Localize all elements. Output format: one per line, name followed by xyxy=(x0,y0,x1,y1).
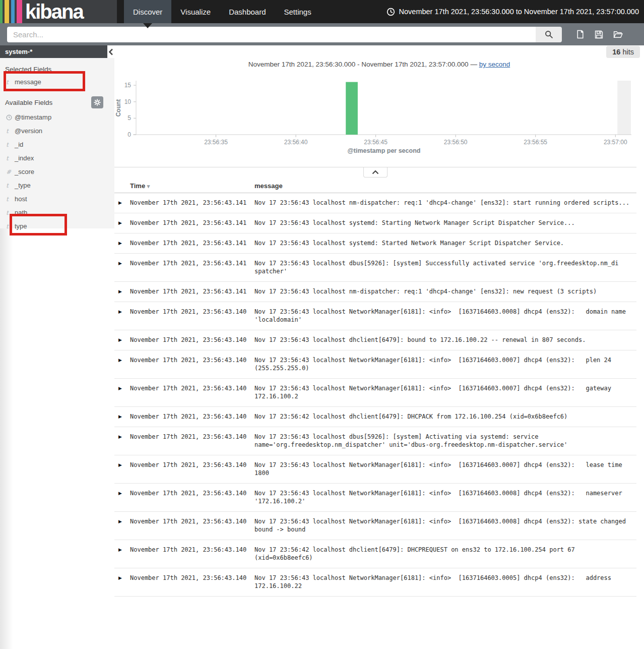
gear-icon xyxy=(94,99,101,106)
field-item-_score[interactable]: #_score xyxy=(0,165,114,179)
table-row: ▶November 17th 2021, 23:56:43.141Nov 17 … xyxy=(114,254,636,282)
expand-caret-icon[interactable]: ▶ xyxy=(117,384,130,400)
interval-link[interactable]: by second xyxy=(479,61,510,68)
doc-message: Nov 17 23:56:43 localhost NetworkManager… xyxy=(254,461,636,477)
expand-caret-icon[interactable]: ▶ xyxy=(117,336,130,344)
hits-histogram[interactable]: 05101523:56:3523:56:4023:56:4523:56:5023… xyxy=(114,76,636,154)
partial-bucket-marker xyxy=(617,81,631,135)
field-item-message[interactable]: tmessage xyxy=(0,75,114,89)
search-icon xyxy=(545,30,553,39)
field-settings-button[interactable] xyxy=(91,96,103,108)
left-edge-shadow xyxy=(0,228,13,649)
doc-time: November 17th 2021, 23:56:43.140 xyxy=(130,308,254,324)
kibana-logo-stripes-icon xyxy=(0,0,24,23)
nav-tab-discover[interactable]: Discover xyxy=(124,0,171,23)
search-input[interactable] xyxy=(7,27,536,42)
doc-time: November 17th 2021, 23:56:43.140 xyxy=(130,384,254,400)
doc-message: Nov 17 23:56:43 localhost NetworkManager… xyxy=(254,517,636,534)
expand-caret-icon[interactable]: ▶ xyxy=(117,356,130,372)
expand-caret-icon[interactable]: ▶ xyxy=(117,517,130,534)
field-item-_type[interactable]: t_type xyxy=(0,179,114,192)
expand-caret-icon[interactable]: ▶ xyxy=(117,574,130,590)
svg-text:15: 15 xyxy=(124,82,132,89)
svg-text:10: 10 xyxy=(124,98,132,105)
field-item-timestamp[interactable]: @timestamp xyxy=(0,110,114,124)
histogram-bar[interactable] xyxy=(346,82,358,135)
collapse-chart-button[interactable] xyxy=(363,167,388,178)
kibana-logo-text: kibana xyxy=(25,2,83,22)
table-row: ▶November 17th 2021, 23:56:43.141Nov 17 … xyxy=(114,233,636,254)
doc-time: November 17th 2021, 23:56:43.140 xyxy=(130,574,254,590)
field-name: _score xyxy=(15,168,34,175)
expand-caret-icon[interactable]: ▶ xyxy=(117,461,130,477)
expand-caret-icon[interactable]: ▶ xyxy=(117,199,130,207)
svg-text:5: 5 xyxy=(127,114,131,122)
table-row: ▶November 17th 2021, 23:56:43.140Nov 17 … xyxy=(114,379,636,407)
discover-main: 16 hits November 17th 2021, 23:56:30.000… xyxy=(114,45,644,649)
time-range-picker[interactable]: November 17th 2021, 23:56:30.000 to Nove… xyxy=(387,0,644,23)
svg-text:23:56:40: 23:56:40 xyxy=(284,139,308,146)
field-item-_index[interactable]: t_index xyxy=(0,151,114,165)
expand-caret-icon[interactable]: ▶ xyxy=(117,489,130,505)
field-item-type[interactable]: ttype xyxy=(0,219,114,233)
text-field-icon: t xyxy=(6,196,15,203)
doc-time: November 17th 2021, 23:56:43.141 xyxy=(130,287,254,296)
doc-time: November 17th 2021, 23:56:43.140 xyxy=(130,489,254,505)
table-row: ▶November 17th 2021, 23:56:43.140Nov 17 … xyxy=(114,484,636,512)
doc-time: November 17th 2021, 23:56:43.140 xyxy=(130,461,254,477)
documents-table: Time ▾ message ▶November 17th 2021, 23:5… xyxy=(114,179,636,597)
hits-count: 16 xyxy=(612,48,620,56)
save-search-button[interactable] xyxy=(595,30,603,39)
expand-caret-icon[interactable]: ▶ xyxy=(117,412,130,421)
table-row: ▶November 17th 2021, 23:56:43.141Nov 17 … xyxy=(114,193,636,213)
doc-message: Nov 17 23:56:43 localhost nm-dispatcher:… xyxy=(254,199,636,207)
text-field-icon: t xyxy=(6,182,15,189)
field-item-_id[interactable]: t_id xyxy=(0,138,114,151)
available-fields-label: Available Fields xyxy=(5,99,91,106)
text-field-icon: t xyxy=(6,128,15,135)
field-item-host[interactable]: thost xyxy=(0,192,114,206)
table-row: ▶November 17th 2021, 23:56:43.140Nov 17 … xyxy=(114,330,636,350)
table-row: ▶November 17th 2021, 23:56:43.141Nov 17 … xyxy=(114,213,636,233)
text-field-icon: t xyxy=(6,141,15,148)
time-range-text: November 17th 2021, 23:56:30.000 to Nove… xyxy=(399,8,639,16)
doc-message: Nov 17 23:56:43 localhost dhclient[6479]… xyxy=(254,336,636,344)
doc-time: November 17th 2021, 23:56:43.140 xyxy=(130,517,254,534)
expand-caret-icon[interactable]: ▶ xyxy=(117,239,130,247)
nav-tab-settings[interactable]: Settings xyxy=(275,0,320,23)
table-row: ▶November 17th 2021, 23:56:43.140Nov 17 … xyxy=(114,568,636,597)
doc-message: Nov 17 23:56:43 localhost dbus[5926]: [s… xyxy=(254,259,636,275)
svg-text:23:56:55: 23:56:55 xyxy=(524,139,547,146)
main-nav: DiscoverVisualizeDashboardSettings xyxy=(124,0,320,23)
expand-caret-icon[interactable]: ▶ xyxy=(117,308,130,324)
doc-time: November 17th 2021, 23:56:43.140 xyxy=(130,433,254,449)
column-header-message[interactable]: message xyxy=(254,182,636,190)
field-name: path xyxy=(15,209,27,216)
expand-caret-icon[interactable]: ▶ xyxy=(117,546,130,562)
load-search-button[interactable] xyxy=(613,30,623,38)
field-item-path[interactable]: tpath xyxy=(0,206,114,219)
doc-message: Nov 17 23:56:43 localhost NetworkManager… xyxy=(254,384,636,400)
column-header-time[interactable]: Time ▾ xyxy=(130,182,254,190)
doc-message: Nov 17 23:56:43 localhost NetworkManager… xyxy=(254,574,636,590)
doc-time: November 17th 2021, 23:56:43.140 xyxy=(130,412,254,421)
nav-tab-visualize[interactable]: Visualize xyxy=(171,0,220,23)
nav-tab-dashboard[interactable]: Dashboard xyxy=(220,0,275,23)
doc-message: Nov 17 23:56:43 localhost NetworkManager… xyxy=(254,356,636,372)
sidebar-collapse-button[interactable] xyxy=(107,45,114,58)
expand-caret-icon[interactable]: ▶ xyxy=(117,433,130,449)
field-item-version[interactable]: t@version xyxy=(0,124,114,138)
search-button[interactable] xyxy=(536,27,562,42)
expand-caret-icon[interactable]: ▶ xyxy=(117,219,130,227)
index-pattern-header[interactable]: system-* xyxy=(0,45,107,58)
table-row: ▶November 17th 2021, 23:56:43.140Nov 17 … xyxy=(114,512,636,540)
svg-text:23:56:50: 23:56:50 xyxy=(444,139,468,146)
sort-caret-icon: ▾ xyxy=(147,183,150,189)
doc-message: Nov 17 23:56:43 localhost systemd: Start… xyxy=(254,239,636,247)
expand-caret-icon[interactable]: ▶ xyxy=(117,259,130,275)
new-search-button[interactable] xyxy=(576,30,585,39)
expand-caret-icon[interactable]: ▶ xyxy=(117,287,130,296)
table-row: ▶November 17th 2021, 23:56:43.140Nov 17 … xyxy=(114,407,636,427)
field-name: message xyxy=(15,78,41,86)
doc-time: November 17th 2021, 23:56:43.140 xyxy=(130,336,254,344)
